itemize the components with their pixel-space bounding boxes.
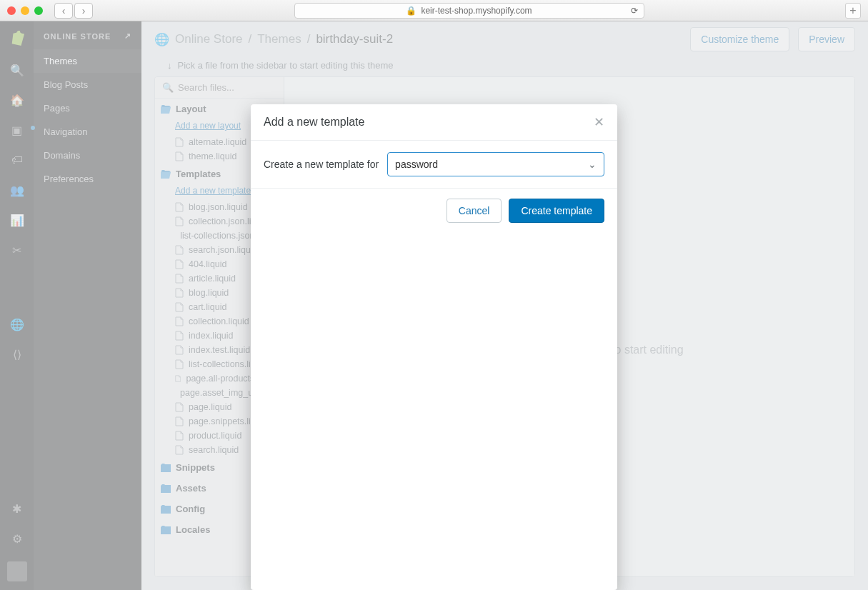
template-type-select[interactable]: password ⌄	[387, 152, 604, 176]
search-icon[interactable]: 🔍	[10, 63, 24, 77]
add-template-modal: Add a new template ✕ Create a new templa…	[251, 104, 617, 590]
analytics-icon[interactable]: 📊	[10, 213, 24, 227]
icon-rail: 🔍 🏠 ▣ 🏷 👥 📊 ✂ 🌐 ⟨⟩ ✱ ⚙	[0, 21, 34, 590]
customers-icon[interactable]: 👥	[10, 183, 24, 197]
app-frame: 🔍 🏠 ▣ 🏷 👥 📊 ✂ 🌐 ⟨⟩ ✱ ⚙ ONLINE STORE ↗ Th…	[0, 21, 868, 590]
file-name: cart.liquid	[189, 302, 227, 312]
modal-header: Add a new template ✕	[251, 104, 617, 140]
address-text: keir-test-shop.myshopify.com	[421, 6, 532, 16]
file-icon	[175, 402, 184, 412]
file-icon	[175, 374, 181, 384]
file-icon	[175, 331, 184, 341]
external-link-icon[interactable]: ↗	[124, 31, 131, 41]
shopify-logo-icon[interactable]	[9, 30, 25, 47]
customize-theme-button[interactable]: Customize theme	[690, 27, 789, 51]
file-name: article.liquid	[189, 274, 236, 284]
file-icon	[175, 288, 184, 298]
folder-label: Config	[176, 504, 205, 514]
file-name: collection.liquid	[189, 316, 249, 326]
file-icon	[175, 345, 184, 355]
search-input[interactable]	[178, 82, 284, 93]
avatar[interactable]	[7, 561, 27, 581]
nav-buttons: ‹ ›	[54, 3, 93, 19]
file-icon	[175, 274, 184, 284]
file-name: theme.liquid	[189, 151, 236, 161]
folder-label: Locales	[176, 524, 210, 535]
globe-icon: 🌐	[154, 32, 169, 47]
file-icon	[175, 416, 184, 426]
file-icon	[175, 316, 184, 326]
crumb-online-store[interactable]: Online Store	[175, 32, 243, 46]
file-name: page.liquid	[189, 402, 231, 412]
minimize-window-icon[interactable]	[21, 6, 29, 15]
subnav-header: ONLINE STORE ↗	[34, 21, 141, 49]
home-icon[interactable]: 🏠	[10, 93, 24, 107]
subnav-item-domains[interactable]: Domains	[34, 144, 141, 167]
window-controls	[7, 6, 43, 15]
modal-label: Create a new template for	[264, 159, 379, 170]
file-name: 404.liquid	[189, 259, 227, 269]
settings-icon[interactable]: ⚙	[10, 531, 24, 546]
subnav-item-navigation[interactable]: Navigation	[34, 120, 141, 144]
file-icon	[175, 359, 184, 369]
folder-icon	[161, 526, 171, 534]
file-search[interactable]: 🔍	[155, 77, 284, 99]
subnav: ONLINE STORE ↗ Themes Blog Posts Pages N…	[34, 21, 141, 590]
file-name: product.liquid	[189, 431, 241, 441]
file-name: blog.json.liquid	[189, 202, 248, 212]
reload-icon[interactable]: ⟳	[631, 6, 638, 16]
folder-label: Assets	[176, 483, 206, 494]
address-bar-wrap: 🔒 keir-test-shop.myshopify.com ⟳	[100, 3, 838, 19]
file-icon	[175, 137, 184, 147]
back-button[interactable]: ‹	[54, 3, 73, 19]
file-icon	[175, 302, 184, 312]
modal-body: Create a new template for password ⌄	[251, 140, 617, 189]
cancel-button[interactable]: Cancel	[447, 199, 502, 223]
hint-row: ↓ Pick a file from the sidebar to start …	[141, 57, 868, 76]
chevron-down-icon: ⌄	[588, 159, 597, 170]
subnav-item-blog-posts[interactable]: Blog Posts	[34, 73, 141, 96]
folder-icon	[161, 484, 171, 493]
file-icon	[175, 202, 184, 212]
subnav-item-themes[interactable]: Themes	[34, 49, 141, 73]
forward-button[interactable]: ›	[74, 3, 93, 19]
close-icon[interactable]: ✕	[594, 114, 604, 130]
topbar: 🌐 Online Store / Themes / birthday-suit-…	[141, 21, 868, 57]
crumb-themes[interactable]: Themes	[257, 32, 301, 46]
file-icon	[175, 431, 184, 441]
file-name: blog.liquid	[189, 288, 229, 298]
breadcrumb: 🌐 Online Store / Themes / birthday-suit-…	[154, 32, 393, 47]
tags-icon[interactable]: 🏷	[10, 153, 24, 167]
crumb-current: birthday-suit-2	[316, 32, 393, 46]
file-name: search.json.liquid	[189, 245, 258, 255]
file-icon	[175, 151, 184, 161]
code-icon[interactable]: ⟨⟩	[10, 347, 24, 361]
file-name: search.liquid	[189, 445, 239, 455]
modal-footer: Cancel Create template	[251, 189, 617, 233]
folder-icon	[161, 464, 171, 472]
folder-icon	[161, 505, 171, 514]
file-icon	[175, 445, 184, 455]
lock-icon: 🔒	[406, 6, 416, 16]
browser-chrome: ‹ › 🔒 keir-test-shop.myshopify.com ⟳ +	[0, 0, 868, 21]
create-template-button[interactable]: Create template	[509, 199, 604, 223]
apps-icon[interactable]: ✱	[10, 501, 24, 516]
new-tab-button[interactable]: +	[845, 3, 861, 19]
folder-open-icon	[161, 170, 171, 179]
file-name: index.liquid	[189, 331, 234, 341]
online-store-icon[interactable]: 🌐	[10, 317, 24, 331]
close-window-icon[interactable]	[7, 6, 16, 15]
subnav-item-preferences[interactable]: Preferences	[34, 167, 141, 191]
file-icon	[175, 216, 184, 226]
subnav-item-pages[interactable]: Pages	[34, 96, 141, 120]
file-icon	[175, 259, 184, 269]
zoom-window-icon[interactable]	[34, 6, 43, 15]
select-value: password	[395, 159, 438, 170]
address-bar[interactable]: 🔒 keir-test-shop.myshopify.com ⟳	[294, 3, 644, 19]
folder-label: Templates	[176, 169, 221, 179]
modal-title: Add a new template	[264, 116, 364, 129]
orders-icon[interactable]: ▣	[10, 123, 24, 137]
discounts-icon[interactable]: ✂	[10, 243, 24, 257]
preview-button[interactable]: Preview	[798, 27, 855, 51]
down-arrow-icon: ↓	[167, 60, 172, 71]
